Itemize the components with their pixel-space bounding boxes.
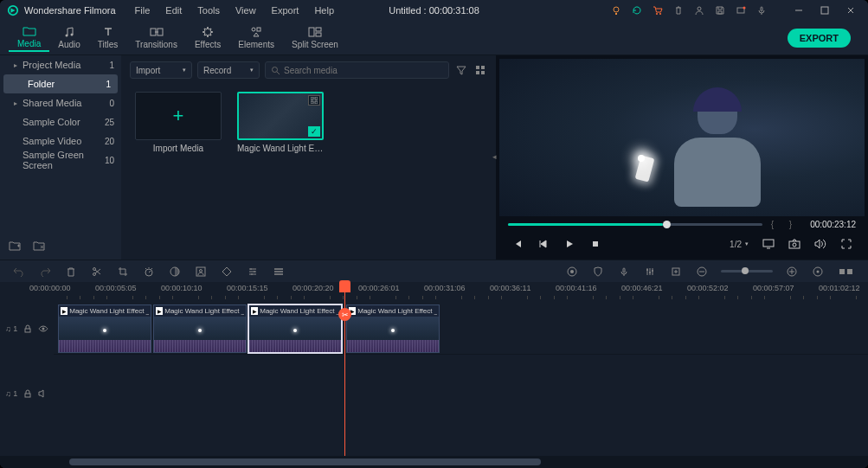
grid-view-icon[interactable]	[473, 63, 487, 77]
play-icon: ▶	[251, 307, 258, 315]
import-dropdown[interactable]: Import ▾	[130, 61, 192, 79]
shield-icon[interactable]	[591, 265, 605, 279]
green-screen-icon[interactable]	[194, 265, 208, 279]
marker-icon[interactable]	[669, 265, 683, 279]
menu-file[interactable]: File	[130, 5, 156, 16]
record-dropdown[interactable]: Record ▾	[197, 61, 260, 79]
prev-frame-button[interactable]	[508, 234, 527, 253]
user-icon[interactable]	[691, 3, 707, 18]
volume-icon[interactable]	[811, 234, 830, 253]
menu-edit[interactable]: Edit	[160, 5, 187, 16]
menu-help[interactable]: Help	[309, 5, 339, 16]
import-media-card[interactable]: + Import Media	[135, 92, 222, 153]
delete-folder-icon[interactable]	[33, 240, 47, 254]
svg-rect-5	[737, 8, 744, 13]
mute-icon[interactable]	[38, 388, 48, 399]
adjust-icon[interactable]	[246, 265, 260, 279]
lightbulb-icon[interactable]	[608, 3, 624, 18]
tab-elements[interactable]: Elements	[229, 24, 283, 51]
ruler-tick: 00:00:41:16	[556, 284, 597, 292]
audio-track[interactable]	[54, 384, 868, 403]
keyframe-icon[interactable]	[220, 265, 234, 279]
play-icon: ▶	[61, 307, 68, 315]
minimize-button[interactable]	[788, 3, 809, 18]
color-icon[interactable]	[168, 265, 182, 279]
redo-icon[interactable]	[38, 265, 52, 279]
media-clip-item[interactable]: ✓ Magic Wand Light Effec...	[237, 92, 324, 153]
timeline-options-icon[interactable]	[837, 265, 856, 279]
caret-right-icon: ▸	[14, 61, 21, 69]
search-input[interactable]	[284, 66, 443, 75]
preview-zoom-ratio[interactable]: 1/2▾	[726, 240, 752, 249]
svg-rect-19	[476, 66, 479, 69]
tab-media[interactable]: Media	[9, 23, 49, 52]
svg-rect-20	[481, 66, 485, 69]
sidebar-item-folder[interactable]: Folder 1	[3, 74, 118, 93]
timeline-scrollbar[interactable]	[0, 456, 868, 468]
trash-icon[interactable]	[671, 3, 686, 18]
menu-view[interactable]: View	[230, 5, 261, 16]
save-icon[interactable]	[712, 3, 728, 18]
timeline-clip-selected[interactable]: ▶Magic Wand Light Effect _ V	[248, 305, 342, 353]
menu-export[interactable]: Export	[267, 5, 305, 16]
playhead[interactable]: ✂	[344, 282, 345, 456]
menu-tools[interactable]: Tools	[192, 5, 225, 16]
cart-icon[interactable]	[650, 3, 665, 18]
play-button[interactable]	[560, 234, 579, 253]
sidebar-item-sample-video[interactable]: Sample Video 20	[0, 131, 121, 151]
timeline-ruler[interactable]: 00:00:00:0000:00:05:0500:00:10:1000:00:1…	[0, 282, 868, 303]
tab-transitions[interactable]: Transitions	[126, 24, 186, 51]
tab-audio[interactable]: Audio	[49, 24, 89, 51]
timeline-clip[interactable]: ▶Magic Wand Light Effect _ V	[153, 305, 247, 353]
timeline-clip[interactable]: ▶Magic Wand Light Effect _ V	[58, 305, 151, 353]
crop-icon[interactable]	[116, 265, 130, 279]
voiceover-icon[interactable]	[617, 265, 631, 279]
refresh-icon[interactable]	[629, 3, 645, 18]
app-logo-icon	[7, 4, 19, 16]
sidebar-item-sample-green-screen[interactable]: Sample Green Screen 10	[0, 151, 121, 170]
sidebar-item-sample-color[interactable]: Sample Color 25	[0, 112, 121, 131]
svg-rect-22	[481, 71, 485, 74]
lock-icon[interactable]	[23, 324, 33, 334]
check-icon: ✓	[308, 126, 320, 137]
mixer-icon[interactable]	[643, 265, 657, 279]
zoom-in-icon[interactable]	[785, 265, 799, 279]
undo-icon[interactable]	[12, 265, 26, 279]
zoom-slider[interactable]	[721, 270, 773, 272]
delete-icon[interactable]	[64, 265, 78, 279]
lock-icon[interactable]	[23, 388, 33, 399]
record-icon[interactable]	[565, 265, 579, 279]
tab-titles[interactable]: Titles	[89, 24, 127, 51]
export-button[interactable]: EXPORT	[788, 29, 851, 48]
search-media[interactable]	[265, 61, 449, 79]
expand-icon	[308, 95, 320, 106]
step-back-button[interactable]	[534, 234, 553, 253]
speed-icon[interactable]	[142, 265, 156, 279]
scrub-thumb[interactable]	[663, 221, 671, 228]
filter-icon[interactable]	[454, 63, 468, 77]
preview-scrubber[interactable]	[508, 223, 762, 226]
split-icon[interactable]	[90, 265, 104, 279]
timeline-clip[interactable]: ▶Magic Wand Light Effect _ V	[346, 305, 440, 353]
track-manage-icon[interactable]	[272, 265, 286, 279]
tab-effects[interactable]: Effects	[186, 24, 229, 51]
snapshot-icon[interactable]	[785, 234, 804, 253]
display-settings-icon[interactable]	[759, 234, 778, 253]
sidebar-item-project-media[interactable]: ▸ Project Media 1	[0, 55, 121, 74]
preview-video[interactable]	[499, 59, 865, 216]
stop-button[interactable]	[586, 234, 605, 253]
timeline: 00:00:00:0000:00:05:0500:00:10:1000:00:1…	[0, 282, 868, 468]
eye-icon[interactable]	[38, 324, 48, 334]
maximize-button[interactable]	[814, 3, 835, 18]
fullscreen-icon[interactable]	[837, 234, 856, 253]
mic-icon[interactable]	[754, 3, 769, 18]
zoom-out-icon[interactable]	[695, 265, 709, 279]
new-folder-icon[interactable]	[9, 240, 23, 254]
message-icon[interactable]	[733, 3, 749, 18]
zoom-fit-icon[interactable]	[811, 265, 825, 279]
scissors-icon[interactable]: ✂	[338, 308, 351, 321]
close-button[interactable]	[840, 3, 861, 18]
sidebar-item-shared-media[interactable]: ▸ Shared Media 0	[0, 93, 121, 112]
video-track[interactable]: ▶Magic Wand Light Effect _ V ▶Magic Wand…	[54, 303, 868, 355]
tab-split-screen[interactable]: Split Screen	[283, 24, 347, 51]
